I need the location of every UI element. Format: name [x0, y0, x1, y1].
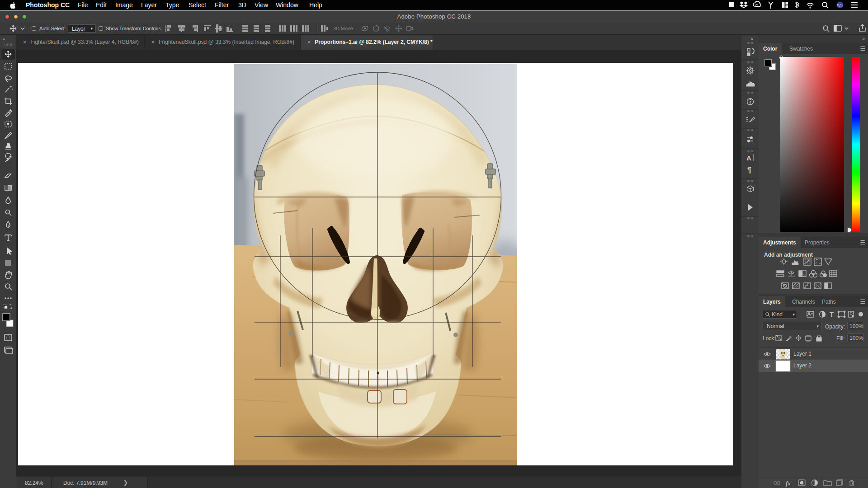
svg-text:fx: fx — [786, 480, 791, 487]
svg-text:A: A — [746, 154, 751, 162]
svg-text:T: T — [830, 310, 834, 318]
svg-text:¶: ¶ — [747, 166, 751, 174]
